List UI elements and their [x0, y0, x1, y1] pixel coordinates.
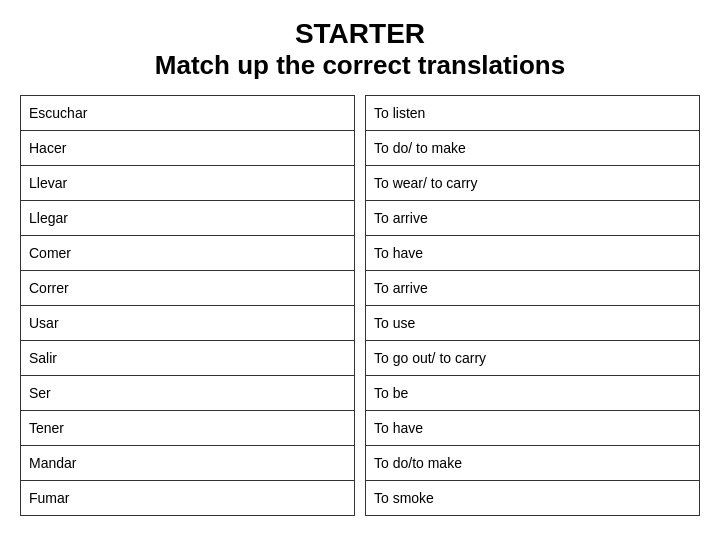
right-cell-0: To listen: [365, 95, 700, 131]
right-cell-11: To smoke: [365, 480, 700, 516]
left-cell-9: Tener: [20, 410, 355, 446]
left-cell-11: Fumar: [20, 480, 355, 516]
right-cell-6: To use: [365, 305, 700, 341]
left-cell-7: Salir: [20, 340, 355, 376]
right-cell-4: To have: [365, 235, 700, 271]
right-cell-8: To be: [365, 375, 700, 411]
right-cell-1: To do/ to make: [365, 130, 700, 166]
page-title: STARTER: [155, 18, 565, 50]
left-cell-1: Hacer: [20, 130, 355, 166]
right-cell-2: To wear/ to carry: [365, 165, 700, 201]
page-subtitle: Match up the correct translations: [155, 50, 565, 81]
left-cell-2: Llevar: [20, 165, 355, 201]
left-cell-4: Comer: [20, 235, 355, 271]
left-cell-8: Ser: [20, 375, 355, 411]
left-cell-5: Correr: [20, 270, 355, 306]
right-column: To listenTo do/ to makeTo wear/ to carry…: [365, 95, 700, 515]
left-cell-0: Escuchar: [20, 95, 355, 131]
right-cell-3: To arrive: [365, 200, 700, 236]
matching-table: EscucharHacerLlevarLlegarComerCorrerUsar…: [20, 95, 700, 515]
left-cell-3: Llegar: [20, 200, 355, 236]
left-column: EscucharHacerLlevarLlegarComerCorrerUsar…: [20, 95, 355, 515]
right-cell-5: To arrive: [365, 270, 700, 306]
right-cell-7: To go out/ to carry: [365, 340, 700, 376]
right-cell-9: To have: [365, 410, 700, 446]
left-cell-6: Usar: [20, 305, 355, 341]
right-cell-10: To do/to make: [365, 445, 700, 481]
left-cell-10: Mandar: [20, 445, 355, 481]
page-header: STARTER Match up the correct translation…: [155, 18, 565, 81]
